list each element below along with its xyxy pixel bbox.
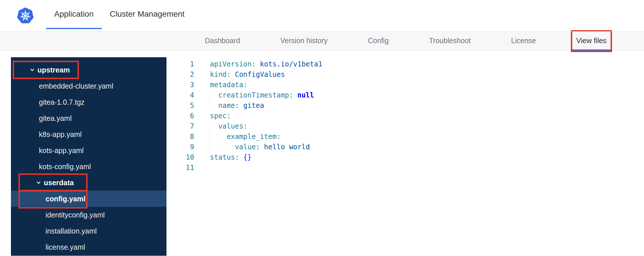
tab-troubleshoot[interactable]: Troubleshoot	[425, 32, 475, 51]
indent-guide	[210, 121, 218, 131]
token-bracket: {}	[243, 153, 252, 161]
editor-line[interactable]: 11	[166, 163, 644, 173]
code-line-content: name: gitea	[194, 100, 264, 111]
chevron-down-icon	[29, 67, 35, 73]
tab-license[interactable]: License	[507, 32, 540, 51]
tab-view-files[interactable]: View files	[572, 32, 611, 51]
code-line-content: values:	[194, 121, 247, 131]
file-label: gitea.yaml	[39, 114, 72, 123]
line-number: 1	[166, 59, 194, 69]
token-key: values:	[218, 122, 247, 130]
line-number: 2	[166, 69, 194, 80]
tab-version-history[interactable]: Version history	[276, 32, 332, 51]
tree-item-embedded-cluster-yaml[interactable]: embedded-cluster.yaml	[11, 78, 166, 94]
code-line-content: example_item:	[194, 131, 281, 142]
token-sp	[256, 60, 260, 68]
folder-label: upstream	[37, 66, 70, 74]
line-number: 9	[166, 142, 194, 152]
top-bar: ApplicationCluster Management	[0, 0, 644, 32]
token-key: example_item:	[227, 133, 281, 141]
tree-item-upstream[interactable]: upstream	[11, 62, 166, 78]
indent-guide	[210, 100, 218, 111]
token-key: spec:	[210, 112, 231, 120]
token-key: name:	[218, 102, 239, 110]
folder-label: userdata	[44, 179, 74, 187]
token-key: metadata:	[210, 81, 247, 89]
code-line-content	[194, 163, 210, 173]
file-label: kots-app.yaml	[39, 146, 84, 155]
line-number: 10	[166, 152, 194, 163]
chevron-down-icon	[36, 180, 41, 186]
line-number: 8	[166, 131, 194, 142]
tab-config[interactable]: Config	[364, 32, 393, 51]
editor-line[interactable]: 10status: {}	[166, 152, 644, 163]
kots-admin-console: ApplicationCluster Management DashboardV…	[0, 0, 644, 256]
file-label: gitea-1.0.7.tgz	[39, 98, 84, 106]
tree-item-identityconfig-yaml[interactable]: identityconfig.yaml	[11, 207, 166, 223]
editor-line[interactable]: 8example_item:	[166, 131, 644, 142]
tab-dashboard[interactable]: Dashboard	[201, 32, 244, 51]
token-sp	[231, 70, 235, 79]
token-key: value:	[235, 143, 260, 151]
tree-item-gitea-1-0-7-tgz[interactable]: gitea-1.0.7.tgz	[11, 94, 166, 110]
tree-item-k8s-app-yaml[interactable]: k8s-app.yaml	[11, 126, 166, 142]
code-editor[interactable]: 1apiVersion: kots.io/v1beta12kind: Confi…	[166, 57, 644, 256]
token-key: status:	[210, 153, 239, 161]
top-tab-application[interactable]: Application	[46, 0, 102, 29]
token-value: ConfigValues	[235, 70, 285, 79]
file-label: identityconfig.yaml	[46, 211, 105, 219]
code-line-content: creationTimestamp: null	[194, 90, 314, 100]
editor-line[interactable]: 1apiVersion: kots.io/v1beta1	[166, 59, 644, 69]
editor-line[interactable]: 6spec:	[166, 111, 644, 121]
indent-guide	[218, 142, 227, 152]
tree-item-userdata[interactable]: userdata	[11, 175, 166, 191]
token-sp	[293, 91, 297, 99]
tree-item-installation-yaml[interactable]: installation.yaml	[11, 223, 166, 239]
indent-guide	[218, 131, 227, 142]
indent-guide	[210, 131, 218, 142]
tree-item-config-yaml[interactable]: config.yaml	[11, 191, 166, 207]
line-number: 6	[166, 111, 194, 121]
token-key: apiVersion:	[210, 60, 256, 68]
editor-line[interactable]: 3metadata:	[166, 80, 644, 90]
line-number: 5	[166, 100, 194, 111]
token-sp	[239, 102, 243, 110]
code-line-content: status: {}	[194, 152, 252, 163]
tree-item-kots-app-yaml[interactable]: kots-app.yaml	[11, 142, 166, 158]
indent-guide	[210, 142, 218, 152]
tree-item-license-yaml[interactable]: license.yaml	[11, 239, 166, 255]
token-keyword: null	[297, 91, 314, 99]
code-line-content: value: hello world	[194, 142, 310, 152]
line-number: 4	[166, 90, 194, 100]
line-number: 11	[166, 163, 194, 173]
tree-item-gitea-yaml[interactable]: gitea.yaml	[11, 110, 166, 126]
file-label: kots-config.yaml	[39, 163, 91, 171]
kubernetes-logo-icon	[16, 7, 34, 25]
token-value: gitea	[243, 102, 264, 110]
code-line-content: kind: ConfigValues	[194, 69, 285, 80]
file-label: config.yaml	[46, 195, 86, 203]
tree-item-kots-config-yaml[interactable]: kots-config.yaml	[11, 158, 166, 175]
token-sp	[239, 153, 243, 161]
editor-line[interactable]: 9value: hello world	[166, 142, 644, 152]
indent-guide	[210, 90, 218, 100]
file-label: k8s-app.yaml	[39, 130, 82, 139]
token-value: kots.io/v1beta1	[260, 60, 322, 68]
token-sp	[260, 143, 264, 151]
file-tree: upstreamembedded-cluster.yamlgitea-1.0.7…	[11, 62, 166, 255]
top-tab-cluster-management[interactable]: Cluster Management	[102, 0, 193, 29]
editor-line[interactable]: 2kind: ConfigValues	[166, 69, 644, 80]
editor-line[interactable]: 7values:	[166, 121, 644, 131]
file-label: embedded-cluster.yaml	[39, 82, 113, 90]
line-number: 7	[166, 121, 194, 131]
top-nav: ApplicationCluster Management	[46, 0, 193, 29]
code-line-content: apiVersion: kots.io/v1beta1	[194, 59, 322, 69]
file-tree-sidebar: upstreamembedded-cluster.yamlgitea-1.0.7…	[11, 57, 166, 256]
editor-line[interactable]: 5name: gitea	[166, 100, 644, 111]
indent-guide	[227, 142, 235, 152]
file-label: license.yaml	[46, 243, 85, 251]
editor-line[interactable]: 4creationTimestamp: null	[166, 90, 644, 100]
token-key: creationTimestamp:	[218, 91, 293, 99]
main-area: upstreamembedded-cluster.yamlgitea-1.0.7…	[0, 51, 644, 256]
code-line-content: metadata:	[194, 80, 247, 90]
